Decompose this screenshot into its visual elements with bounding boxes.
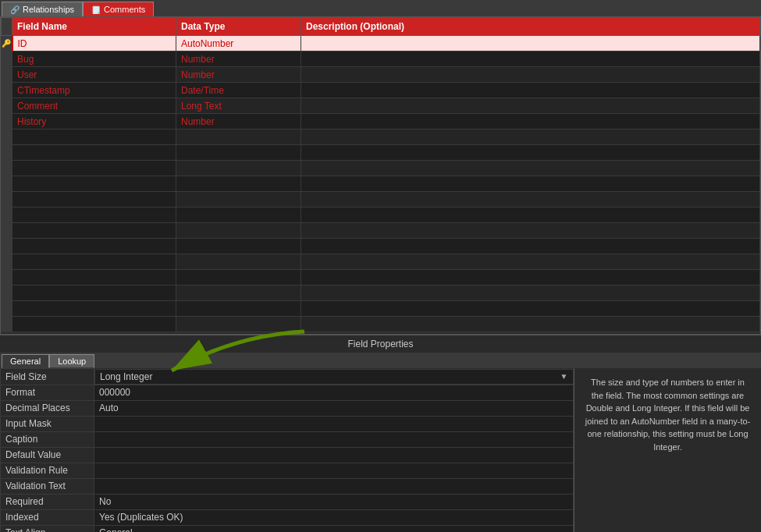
prop-value-indexed[interactable]: Yes (Duplicates OK) <box>94 509 574 525</box>
relationships-icon: 🔗 <box>10 5 20 14</box>
help-panel: The size and type of numbers to enter in… <box>574 368 761 532</box>
empty-row <box>2 317 760 332</box>
empty-row <box>2 129 760 145</box>
prop-value-caption[interactable] <box>94 431 574 447</box>
prop-value-text-align[interactable]: General <box>94 525 574 532</box>
table-row[interactable]: User Number <box>2 67 760 83</box>
prop-value-validation-rule[interactable] <box>94 463 574 478</box>
col-type-header: Data Type <box>176 18 301 36</box>
prop-value-validation-text[interactable] <box>94 478 574 494</box>
empty-row <box>2 192 760 207</box>
sub-tab-lookup[interactable]: Lookup <box>49 354 94 368</box>
tab-relationships-label: Relationships <box>23 5 74 14</box>
props-table-wrap: Field Size Long Integer ▼ Format 000000 <box>0 368 574 532</box>
empty-row <box>2 286 760 301</box>
prop-row-indexed: Indexed Yes (Duplicates OK) <box>1 509 574 525</box>
desc-cell <box>301 114 760 129</box>
prop-row-caption: Caption <box>1 431 574 447</box>
empty-row <box>2 161 760 176</box>
prop-label-validation-text: Validation Text <box>1 478 94 494</box>
field-name-cell[interactable]: History <box>12 114 176 129</box>
props-area: Field Size Long Integer ▼ Format 000000 <box>0 368 761 532</box>
data-type-cell: Number <box>176 67 301 83</box>
col-desc-header: Description (Optional) <box>301 18 760 36</box>
table-row[interactable]: 🔑 ID AutoNumber <box>2 36 760 51</box>
sub-tab-lookup-label: Lookup <box>58 356 86 366</box>
field-size-value: Long Integer <box>100 371 152 382</box>
prop-label-caption: Caption <box>1 431 94 447</box>
sub-tab-bar: General Lookup <box>0 353 761 368</box>
tab-bar: 🔗 Relationships 🗒️ Comments <box>0 0 761 16</box>
props-table: Field Size Long Integer ▼ Format 000000 <box>0 368 574 532</box>
main-wrapper: 🔗 Relationships 🗒️ Comments Field Name D… <box>0 0 761 532</box>
field-properties-bar: Field Properties <box>0 335 761 353</box>
data-type-cell: Number <box>176 114 301 129</box>
desc-cell <box>301 67 760 83</box>
field-properties-label: Field Properties <box>347 339 413 349</box>
prop-label-required: Required <box>1 494 94 509</box>
tab-relationships[interactable]: 🔗 Relationships <box>2 2 83 16</box>
field-name-cell[interactable]: User <box>12 67 176 83</box>
desc-cell <box>301 83 760 98</box>
prop-row-text-align: Text Align General <box>1 525 574 532</box>
col-field-header: Field Name <box>12 18 176 36</box>
comments-icon: 🗒️ <box>91 5 101 14</box>
field-size-dropdown-icon[interactable]: ▼ <box>560 372 568 381</box>
prop-label-validation-rule: Validation Rule <box>1 463 94 478</box>
prop-row-validation-text: Validation Text <box>1 478 574 494</box>
empty-row <box>2 207 760 223</box>
empty-row <box>2 270 760 286</box>
prop-value-decimal-places[interactable]: Auto <box>94 400 574 416</box>
key-indicator <box>2 98 12 114</box>
prop-label-field-size: Field Size <box>1 369 94 385</box>
lower-section: General Lookup Field Size Long Integer ▼ <box>0 353 761 532</box>
empty-row <box>2 176 760 192</box>
field-name-cell[interactable]: Comment <box>12 98 176 114</box>
prop-label-format: Format <box>1 385 94 400</box>
prop-row-decimal-places: Decimal Places Auto <box>1 400 574 416</box>
data-type-cell: Date/Time <box>176 83 301 98</box>
empty-row <box>2 239 760 254</box>
prop-label-indexed: Indexed <box>1 509 94 525</box>
key-indicator <box>2 51 12 67</box>
field-name-cell[interactable]: CTimestamp <box>12 83 176 98</box>
table-row[interactable]: Bug Number <box>2 51 760 67</box>
table-row[interactable]: CTimestamp Date/Time <box>2 83 760 98</box>
tab-comments-label: Comments <box>104 5 145 14</box>
prop-row-format: Format 000000 <box>1 385 574 400</box>
table-row[interactable]: History Number <box>2 114 760 129</box>
desc-cell <box>301 98 760 114</box>
key-indicator <box>2 114 12 129</box>
prop-value-input-mask[interactable] <box>94 416 574 431</box>
prop-label-decimal-places: Decimal Places <box>1 400 94 416</box>
prop-row-field-size: Field Size Long Integer ▼ <box>1 369 574 385</box>
empty-row <box>2 301 760 317</box>
data-type-cell: Long Text <box>176 98 301 114</box>
key-indicator <box>2 83 12 98</box>
sub-tab-general[interactable]: General <box>2 354 49 368</box>
prop-row-required: Required No <box>1 494 574 509</box>
key-indicator: 🔑 <box>2 36 12 51</box>
sub-tab-general-label: General <box>10 356 41 366</box>
table-row[interactable]: Comment Long Text <box>2 98 760 114</box>
field-name-cell[interactable]: ID <box>12 36 176 51</box>
data-type-cell: AutoNumber <box>176 36 301 51</box>
key-indicator <box>2 67 12 83</box>
prop-value-required[interactable]: No <box>94 494 574 509</box>
prop-value-field-size[interactable]: Long Integer ▼ <box>94 369 574 385</box>
prop-value-format[interactable]: 000000 <box>94 385 574 400</box>
field-table: Field Name Data Type Description (Option… <box>1 17 760 332</box>
field-name-cell[interactable]: Bug <box>12 51 176 67</box>
help-text: The size and type of numbers to enter in… <box>585 378 751 452</box>
prop-row-input-mask: Input Mask <box>1 416 574 431</box>
data-type-cell: Number <box>176 51 301 67</box>
prop-label-input-mask: Input Mask <box>1 416 94 431</box>
col-key-header <box>2 18 12 36</box>
tab-comments[interactable]: 🗒️ Comments <box>83 2 154 16</box>
prop-row-default-value: Default Value <box>1 447 574 463</box>
desc-cell <box>301 36 760 51</box>
empty-row <box>2 145 760 161</box>
prop-value-default-value[interactable] <box>94 447 574 463</box>
desc-cell <box>301 51 760 67</box>
upper-section: Field Name Data Type Description (Option… <box>0 16 761 335</box>
